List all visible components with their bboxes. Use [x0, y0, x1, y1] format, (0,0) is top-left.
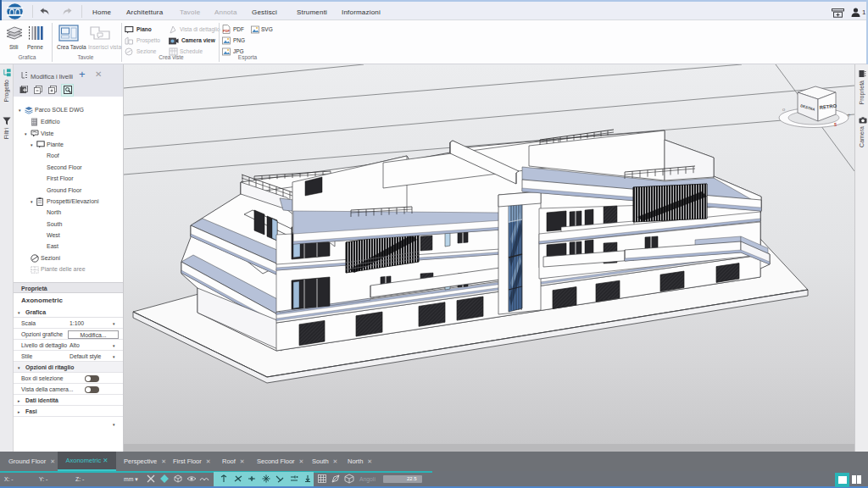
- svg-text:O: O: [782, 108, 785, 112]
- svg-text:PDF: PDF: [223, 29, 231, 33]
- svg-text:S: S: [834, 123, 837, 127]
